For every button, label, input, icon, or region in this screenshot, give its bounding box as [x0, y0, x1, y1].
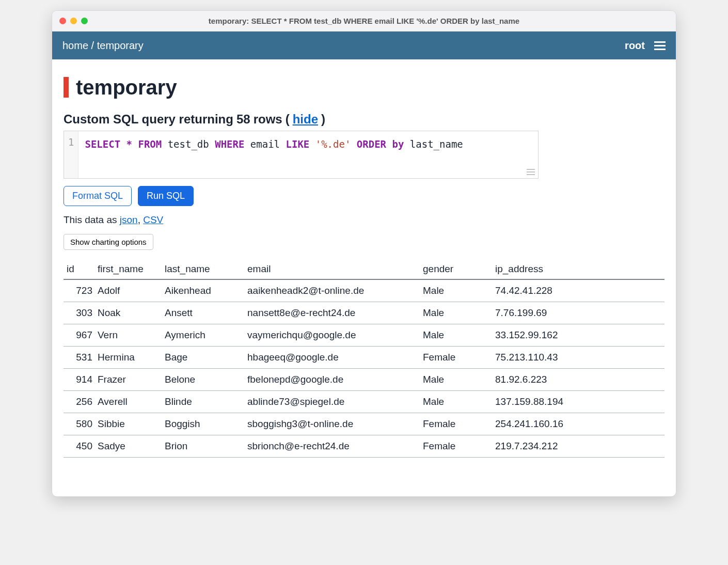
- table-row[interactable]: 531HerminaBagehbageeq@google.deFemale75.…: [64, 347, 664, 369]
- gutter-line-1: 1: [68, 136, 74, 148]
- column-header-last_name[interactable]: last_name: [162, 260, 244, 279]
- table-row[interactable]: 450SadyeBrionsbrionch@e-recht24.deFemale…: [64, 435, 664, 458]
- sql-editor[interactable]: 1 SELECT * FROM test_db WHERE email LIKE…: [64, 131, 539, 179]
- cell-ip_address: 254.241.160.16: [492, 413, 664, 435]
- cell-first_name: Averell: [94, 391, 162, 413]
- cell-ip_address: 75.213.110.43: [492, 347, 664, 369]
- resize-handle-icon[interactable]: [527, 169, 535, 175]
- menu-icon[interactable]: [654, 41, 666, 50]
- breadcrumb: home / temporary: [62, 40, 144, 52]
- sql-token: [309, 138, 315, 150]
- cell-ip_address: 137.159.88.194: [492, 391, 664, 413]
- page-title: temporary: [64, 77, 664, 98]
- hide-link[interactable]: hide: [293, 112, 318, 127]
- sql-token: [162, 138, 167, 150]
- run-sql-button[interactable]: Run SQL: [138, 186, 194, 206]
- export-json-link[interactable]: json: [120, 214, 138, 225]
- sql-token: [132, 138, 138, 150]
- cell-gender: Male: [420, 324, 492, 347]
- results-tbody: 723AdolfAikenheadaaikenheadk2@t-online.d…: [64, 279, 664, 458]
- sql-token: by: [392, 138, 404, 150]
- page-body: temporary Custom SQL query returning 58 …: [52, 59, 676, 458]
- cell-gender: Female: [420, 435, 492, 458]
- show-charting-button[interactable]: Show charting options: [64, 234, 153, 250]
- editor-gutter: 1: [64, 131, 78, 178]
- cell-email: aaikenheadk2@t-online.de: [244, 279, 420, 302]
- summary-rows-word: rows: [254, 112, 282, 127]
- cell-gender: Male: [420, 369, 492, 391]
- column-header-email[interactable]: email: [244, 260, 420, 279]
- sql-token: last_name: [410, 138, 463, 150]
- table-row[interactable]: 967VernAymerichvaymerichqu@google.deMale…: [64, 324, 664, 347]
- cell-email: fbelonepd@google.de: [244, 369, 420, 391]
- window-controls: [59, 18, 88, 24]
- breadcrumb-sep: /: [91, 40, 94, 51]
- column-header-gender[interactable]: gender: [420, 260, 492, 279]
- topbar-right: root: [625, 40, 666, 52]
- editor-code[interactable]: SELECT * FROM test_db WHERE email LIKE '…: [78, 131, 538, 178]
- cell-last_name: Boggish: [162, 413, 244, 435]
- cell-gender: Male: [420, 279, 492, 302]
- export-prefix: This data as: [64, 214, 120, 225]
- sql-token: [351, 138, 356, 150]
- summary-rparen: ): [321, 112, 325, 127]
- sql-token: [404, 138, 409, 150]
- cell-email: vaymerichqu@google.de: [244, 324, 420, 347]
- cell-last_name: Blinde: [162, 391, 244, 413]
- cell-first_name: Hermina: [94, 347, 162, 369]
- result-summary: Custom SQL query returning 58 rows (hide…: [64, 112, 664, 127]
- cell-id: 531: [64, 347, 94, 369]
- sql-token: email: [250, 138, 280, 150]
- cell-ip_address: 74.42.41.228: [492, 279, 664, 302]
- cell-gender: Female: [420, 347, 492, 369]
- table-row[interactable]: 580SibbieBoggishsboggishg3@t-online.deFe…: [64, 413, 664, 435]
- cell-first_name: Adolf: [94, 279, 162, 302]
- cell-ip_address: 33.152.99.162: [492, 324, 664, 347]
- sql-buttons: Format SQL Run SQL: [64, 186, 664, 206]
- cell-email: sboggishg3@t-online.de: [244, 413, 420, 435]
- format-sql-button[interactable]: Format SQL: [64, 186, 132, 206]
- cell-id: 450: [64, 435, 94, 458]
- sql-token: ORDER: [357, 138, 386, 150]
- sql-token: LIKE: [286, 138, 310, 150]
- cell-last_name: Belone: [162, 369, 244, 391]
- table-row[interactable]: 303NoakAnsettnansett8e@e-recht24.deMale7…: [64, 302, 664, 324]
- column-header-id[interactable]: id: [64, 260, 94, 279]
- sql-token: SELECT: [85, 138, 120, 150]
- minimize-icon[interactable]: [70, 18, 77, 24]
- content-scroll[interactable]: home / temporary root temporary Custom S…: [52, 32, 676, 496]
- export-links: This data as json, CSV: [64, 214, 664, 226]
- sql-token: WHERE: [215, 138, 244, 150]
- sql-token: [244, 138, 250, 150]
- current-user[interactable]: root: [625, 40, 645, 52]
- cell-first_name: Sibbie: [94, 413, 162, 435]
- cell-last_name: Aymerich: [162, 324, 244, 347]
- cell-first_name: Frazer: [94, 369, 162, 391]
- summary-rowcount: 58: [236, 112, 250, 127]
- cell-id: 914: [64, 369, 94, 391]
- breadcrumb-home[interactable]: home: [62, 40, 88, 51]
- cell-ip_address: 219.7.234.212: [492, 435, 664, 458]
- zoom-icon[interactable]: [81, 18, 88, 24]
- sql-token: [120, 138, 126, 150]
- cell-gender: Male: [420, 391, 492, 413]
- cell-email: hbageeq@google.de: [244, 347, 420, 369]
- column-header-first_name[interactable]: first_name: [94, 260, 162, 279]
- cell-first_name: Sadye: [94, 435, 162, 458]
- cell-id: 967: [64, 324, 94, 347]
- export-csv-link[interactable]: CSV: [143, 214, 163, 225]
- table-row[interactable]: 723AdolfAikenheadaaikenheadk2@t-online.d…: [64, 279, 664, 302]
- cell-id: 303: [64, 302, 94, 324]
- topbar: home / temporary root: [52, 32, 676, 59]
- close-icon[interactable]: [59, 18, 66, 24]
- table-row[interactable]: 914FrazerBelonefbelonepd@google.deMale81…: [64, 369, 664, 391]
- breadcrumb-current: temporary: [97, 40, 144, 51]
- table-row[interactable]: 256AverellBlindeablinde73@spiegel.deMale…: [64, 391, 664, 413]
- sql-token: *: [126, 138, 132, 150]
- cell-id: 723: [64, 279, 94, 302]
- cell-email: sbrionch@e-recht24.de: [244, 435, 420, 458]
- cell-gender: Male: [420, 302, 492, 324]
- column-header-ip_address[interactable]: ip_address: [492, 260, 664, 279]
- cell-email: ablinde73@spiegel.de: [244, 391, 420, 413]
- header-row: idfirst_namelast_nameemailgenderip_addre…: [64, 260, 664, 279]
